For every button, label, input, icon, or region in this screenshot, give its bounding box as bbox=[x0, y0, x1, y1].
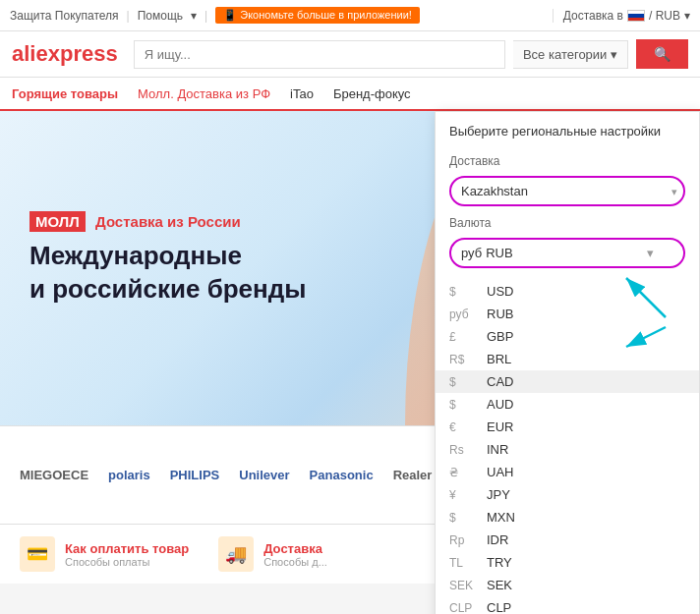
top-nav: Защита Покупателя | Помощь ▾ | 📱 Экономь… bbox=[0, 0, 700, 31]
currency-code: UAH bbox=[487, 465, 513, 479]
currency-code: USD bbox=[487, 284, 513, 299]
country-select[interactable]: Kazakhstan Russia Ukraine bbox=[449, 176, 685, 206]
currency-code: SEK bbox=[487, 578, 512, 592]
delivery-icon: 🚚 bbox=[218, 536, 254, 572]
delivery-text: Доставка Способы д... bbox=[263, 541, 327, 568]
delivery-sub: Способы д... bbox=[263, 556, 327, 568]
main-content: МОЛЛ Доставка из России Международные и … bbox=[0, 111, 700, 584]
currency-code: GBP bbox=[487, 329, 513, 344]
hero-subtitle: МОЛЛ Доставка из России bbox=[29, 211, 306, 232]
currency-row-sek[interactable]: SEKSEK bbox=[436, 574, 699, 596]
currency-symbol: $ bbox=[449, 375, 477, 389]
currency-symbol: ₴ bbox=[449, 466, 477, 479]
currency-code: IDR bbox=[487, 532, 508, 547]
currency-code: BRL bbox=[487, 352, 511, 366]
currency-row-cad[interactable]: $CAD bbox=[436, 370, 699, 393]
currency-row-gbp[interactable]: £GBP bbox=[436, 325, 699, 348]
cat-nav-hot[interactable]: Горящие товары bbox=[12, 86, 118, 101]
currency-row-try[interactable]: TLTRY bbox=[436, 551, 699, 574]
cat-nav-brand[interactable]: Бренд-фокус bbox=[333, 86, 411, 101]
brand-philips: PHILIPS bbox=[170, 468, 220, 482]
delivery-title: Доставка bbox=[263, 541, 327, 556]
currency-symbol: € bbox=[449, 420, 477, 434]
currency-row-eur[interactable]: €EUR bbox=[436, 416, 699, 438]
categories-dropdown[interactable]: Все категории ▾ bbox=[513, 40, 628, 69]
currency-select-row: руб RUB ▾ bbox=[436, 234, 699, 272]
payment-info: 💳 Как оплатить товар Способы оплаты bbox=[20, 536, 189, 572]
mol-badge: МОЛЛ bbox=[29, 211, 86, 232]
help-link[interactable]: Помощь bbox=[138, 9, 183, 23]
payment-text: Как оплатить товар Способы оплаты bbox=[65, 541, 189, 568]
brand-realer: Realer bbox=[393, 468, 433, 482]
currency-symbol: ¥ bbox=[449, 488, 477, 502]
cat-nav-mol[interactable]: Молл. Доставка из РФ bbox=[138, 86, 270, 101]
currency-code: INR bbox=[487, 442, 508, 457]
brand-panasonic: Panasonic bbox=[310, 468, 374, 482]
currency-symbol: $ bbox=[449, 398, 477, 412]
app-promo-link[interactable]: 📱 Экономьте больше в приложении! bbox=[215, 7, 420, 24]
currency-label: Валюта bbox=[436, 210, 699, 234]
currency-code: RUB bbox=[487, 307, 513, 321]
currency-symbol: CLP bbox=[449, 601, 477, 615]
currency-row-idr[interactable]: RpIDR bbox=[436, 529, 699, 551]
buyer-protection-link[interactable]: Защита Покупателя bbox=[10, 9, 119, 23]
currency-code: CLP bbox=[487, 600, 511, 614]
currency-selected-display[interactable]: руб RUB ▾ bbox=[449, 238, 685, 268]
search-button[interactable]: 🔍 bbox=[636, 39, 688, 69]
currency-symbol: TL bbox=[449, 556, 477, 570]
currency-symbol: Rs bbox=[449, 443, 477, 457]
search-input[interactable] bbox=[134, 40, 505, 69]
delivery-settings[interactable]: Доставка в / RUB ▾ bbox=[553, 9, 690, 23]
brand-polaris: polaris bbox=[108, 468, 150, 482]
categories-arrow-icon: ▾ bbox=[611, 47, 617, 62]
delivery-arrow-icon: ▾ bbox=[684, 9, 690, 23]
currency-code: EUR bbox=[487, 419, 513, 434]
hero-text: МОЛЛ Доставка из России Международные и … bbox=[29, 211, 306, 326]
currency-symbol: руб bbox=[449, 307, 477, 321]
currency-row-mxn[interactable]: $MXN bbox=[436, 506, 699, 529]
currency-code: AUD bbox=[487, 397, 513, 412]
payment-title: Как оплатить товар bbox=[65, 541, 189, 556]
currency-row-clp[interactable]: CLPCLP bbox=[436, 596, 699, 614]
dropdown-title: Выберите региональные настройки bbox=[436, 124, 699, 148]
brand-miegoece: MIEGOECE bbox=[20, 468, 88, 482]
currency-symbol: R$ bbox=[449, 353, 477, 366]
currency-symbol: £ bbox=[449, 330, 477, 344]
country-label: Доставка bbox=[436, 148, 699, 172]
category-nav: Горящие товары Молл. Доставка из РФ iTao… bbox=[0, 78, 700, 111]
currency-row-inr[interactable]: RsINR bbox=[436, 438, 699, 461]
currency-code: TRY bbox=[487, 555, 512, 570]
currency-display: / RUB bbox=[649, 9, 680, 23]
currency-symbol: Rp bbox=[449, 533, 477, 547]
currency-symbol: $ bbox=[449, 285, 477, 299]
currency-row-jpy[interactable]: ¥JPY bbox=[436, 483, 699, 506]
flag-russia-icon bbox=[627, 10, 645, 22]
logo: aliexpress bbox=[12, 41, 118, 67]
mobile-icon: 📱 bbox=[223, 9, 237, 21]
search-bar: aliexpress Все категории ▾ 🔍 bbox=[0, 31, 700, 78]
hero-title: Международные и российские бренды bbox=[29, 240, 306, 307]
currency-row-usd[interactable]: $USD bbox=[436, 280, 699, 303]
currency-arrow-icon: ▾ bbox=[647, 246, 654, 260]
currency-row-aud[interactable]: $AUD bbox=[436, 393, 699, 416]
currency-row-brl[interactable]: R$BRL bbox=[436, 348, 699, 370]
currency-code: CAD bbox=[487, 374, 513, 389]
delivery-info: 🚚 Доставка Способы д... bbox=[218, 536, 327, 572]
currency-code: JPY bbox=[487, 487, 510, 502]
currency-symbol: SEK bbox=[449, 579, 477, 592]
currency-list: $USDрубRUB£GBPR$BRL$CAD$AUD€EURRsINR₴UAH… bbox=[436, 280, 699, 614]
currency-symbol: $ bbox=[449, 511, 477, 525]
country-select-row: Kazakhstan Russia Ukraine ▾ bbox=[436, 172, 699, 210]
currency-selected-symbol: руб bbox=[461, 246, 482, 260]
payment-sub: Способы оплаты bbox=[65, 556, 189, 568]
currency-selected-code: RUB bbox=[486, 246, 512, 260]
payment-icon: 💳 bbox=[20, 536, 55, 572]
currency-row-rub[interactable]: рубRUB bbox=[436, 303, 699, 325]
currency-row-uah[interactable]: ₴UAH bbox=[436, 461, 699, 483]
currency-code: MXN bbox=[487, 510, 515, 525]
help-arrow-icon: ▾ bbox=[191, 9, 197, 23]
cat-nav-itao[interactable]: iTao bbox=[290, 86, 314, 101]
brand-unilever: Unilever bbox=[239, 468, 289, 482]
regional-settings-dropdown: Выберите региональные настройки Доставка… bbox=[435, 111, 700, 614]
